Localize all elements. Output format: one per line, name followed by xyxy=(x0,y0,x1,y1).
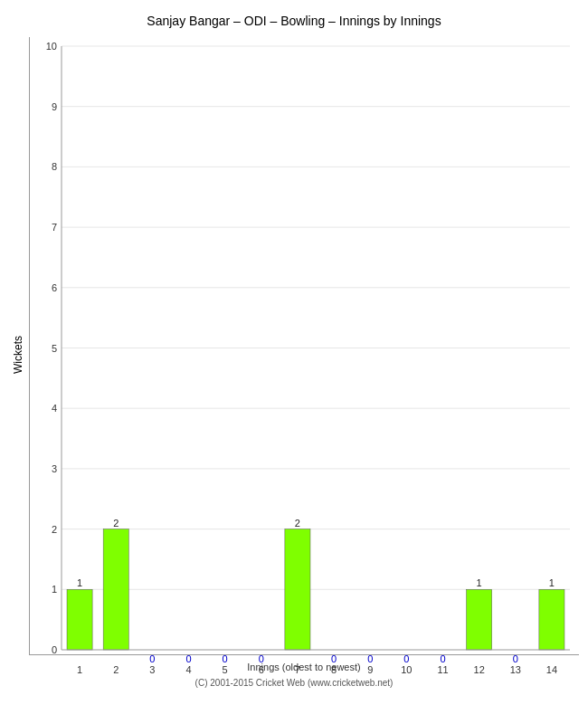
svg-text:1: 1 xyxy=(52,584,57,595)
chart-area: Wickets 12345678910011220304050627080901… xyxy=(9,37,579,672)
svg-text:0: 0 xyxy=(440,653,445,664)
svg-text:1: 1 xyxy=(77,577,82,588)
svg-text:0: 0 xyxy=(367,653,373,664)
svg-text:0: 0 xyxy=(513,653,518,664)
chart-title: Sanjay Bangar – ODI – Bowling – Innings … xyxy=(147,14,441,28)
chart-inner: 1234567891001122030405062708090100111120… xyxy=(29,37,579,672)
svg-text:0: 0 xyxy=(185,653,191,664)
y-axis-label: Wickets xyxy=(9,37,27,672)
svg-text:1: 1 xyxy=(549,577,555,588)
svg-text:14: 14 xyxy=(546,664,557,675)
plot-area: 1234567891001122030405062708090100111120… xyxy=(29,37,579,655)
svg-text:7: 7 xyxy=(52,222,57,233)
x-axis-title: Innings (oldest to newest) xyxy=(29,662,579,672)
svg-text:10: 10 xyxy=(46,41,57,52)
svg-text:4: 4 xyxy=(52,403,57,414)
svg-text:7: 7 xyxy=(295,664,300,675)
svg-text:8: 8 xyxy=(331,664,337,675)
svg-text:1: 1 xyxy=(477,577,482,588)
svg-text:0: 0 xyxy=(52,644,57,655)
svg-rect-46 xyxy=(467,589,492,650)
svg-text:13: 13 xyxy=(510,664,521,675)
svg-text:2: 2 xyxy=(113,518,119,529)
svg-text:10: 10 xyxy=(401,664,412,675)
chart-svg: 1234567891001122030405062708090100111120… xyxy=(30,37,579,654)
svg-text:4: 4 xyxy=(185,664,191,675)
svg-text:1: 1 xyxy=(77,664,82,675)
svg-text:0: 0 xyxy=(259,653,264,664)
svg-text:12: 12 xyxy=(474,664,485,675)
svg-rect-21 xyxy=(67,589,92,650)
svg-rect-35 xyxy=(285,529,310,650)
svg-text:2: 2 xyxy=(113,664,119,675)
svg-text:9: 9 xyxy=(367,664,373,675)
svg-rect-51 xyxy=(539,589,564,650)
svg-text:3: 3 xyxy=(149,664,155,675)
svg-text:5: 5 xyxy=(52,343,57,354)
chart-container: Sanjay Bangar – ODI – Bowling – Innings … xyxy=(0,0,588,724)
svg-text:0: 0 xyxy=(149,653,155,664)
svg-text:3: 3 xyxy=(52,463,57,474)
footer: (C) 2001-2015 Cricket Web (www.cricketwe… xyxy=(195,678,394,688)
svg-text:2: 2 xyxy=(52,524,57,535)
svg-text:9: 9 xyxy=(52,101,57,112)
svg-text:0: 0 xyxy=(403,653,409,664)
svg-text:2: 2 xyxy=(295,518,300,529)
svg-text:5: 5 xyxy=(223,664,228,675)
svg-text:6: 6 xyxy=(259,664,264,675)
svg-text:0: 0 xyxy=(223,653,228,664)
svg-text:0: 0 xyxy=(331,653,337,664)
svg-text:11: 11 xyxy=(437,664,448,675)
svg-rect-24 xyxy=(103,529,128,650)
svg-text:6: 6 xyxy=(52,282,57,293)
svg-text:8: 8 xyxy=(52,161,57,172)
